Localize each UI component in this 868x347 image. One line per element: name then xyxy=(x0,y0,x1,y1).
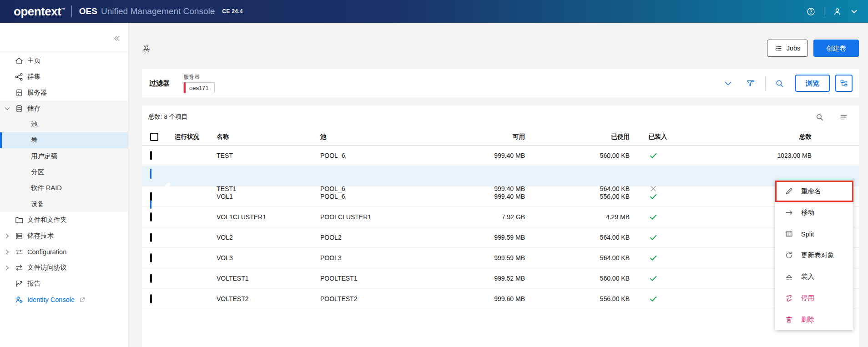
sidebar-item-servers[interactable]: 服务器 xyxy=(0,85,128,101)
sidebar-item-devices[interactable]: 设备 xyxy=(0,196,128,212)
row-checkbox[interactable] xyxy=(150,169,173,209)
filter-field-label: 服务器 xyxy=(183,73,215,81)
report-icon xyxy=(15,279,24,288)
context-menu-item-delete[interactable]: 删除 xyxy=(775,309,853,330)
used-value: 564.00 KB xyxy=(525,234,630,241)
context-menu-item-label: 重命名 xyxy=(801,187,821,196)
table-row[interactable]: TEST1POOL_6999.40 MB564.00 KB1023.00 MB xyxy=(142,166,859,186)
table-row[interactable]: TESTPOOL_6999.40 MB560.00 KB1023.00 MB xyxy=(142,146,859,166)
sidebar-item-label: 储存技术 xyxy=(27,231,54,240)
col-header-pool: 池 xyxy=(320,133,439,141)
sidebar-item-file-access-protocols[interactable]: 文件访问协议 xyxy=(0,260,128,276)
sidebar-item-storage-technologies[interactable]: 储存技术 xyxy=(0,228,128,244)
user-icon[interactable] xyxy=(833,7,842,16)
used-value: 556.00 KB xyxy=(525,295,630,302)
sidebar-item-label: 池 xyxy=(31,120,38,129)
table-row[interactable]: VOL3POOL3999.59 MB564.00 KB xyxy=(142,248,859,268)
used-value: 564.00 KB xyxy=(525,185,630,192)
mounted-check-icon xyxy=(649,294,658,303)
row-checkbox[interactable] xyxy=(150,274,152,283)
context-menu-item-deactivate[interactable]: 停用 xyxy=(775,287,853,309)
sidebar-item-label: 群集 xyxy=(27,72,40,81)
sidebar-item-configuration[interactable]: Configuration xyxy=(0,244,128,260)
jobs-button[interactable]: Jobs xyxy=(767,40,808,57)
context-menu-item-mount[interactable]: 装入 xyxy=(775,266,853,287)
row-checkbox[interactable] xyxy=(150,253,152,262)
pool-name: POOL_6 xyxy=(320,152,439,159)
sliders-icon xyxy=(15,247,24,256)
sidebar-item-pools[interactable]: 池 xyxy=(0,116,128,132)
sidebar-item-label: 服务器 xyxy=(27,88,47,97)
available-value: 999.59 MB xyxy=(439,234,525,241)
row-checkbox[interactable] xyxy=(150,151,152,160)
filter-field: 服务器 oes171 xyxy=(183,73,215,93)
header-divider xyxy=(71,5,72,17)
col-header-status: 运行状况 xyxy=(175,133,217,141)
sidebar-item-files-and-folders[interactable]: 文件和文件夹 xyxy=(0,212,128,228)
volume-context-menu: 重命名移动Split更新卷对象装入停用删除 xyxy=(775,181,853,330)
sidebar-item-label: 分区 xyxy=(31,168,44,176)
row-checkbox[interactable] xyxy=(150,233,152,242)
context-menu-item-label: 移动 xyxy=(801,208,814,217)
context-menu-item-rename[interactable]: 重命名 xyxy=(775,181,853,202)
total-value: 1023.00 MB xyxy=(702,152,812,159)
create-volume-button[interactable]: 创建卷 xyxy=(813,40,859,57)
user-menu-caret-icon[interactable] xyxy=(850,8,858,15)
table-row[interactable]: VOL1CLUSTER1POOLCLUSTER17.92 GB4.29 MB xyxy=(142,207,859,227)
sidebar-item-storage[interactable]: 储存 xyxy=(0,101,128,116)
sidebar-nav: 主页群集服务器储存池卷用户定额分区软件 RAID设备文件和文件夹储存技术Conf… xyxy=(0,53,128,307)
filter-bar: 过滤器 服务器 oes171 浏览 xyxy=(142,69,859,97)
available-value: 999.52 MB xyxy=(439,275,525,282)
context-menu-item-move[interactable]: 移动 xyxy=(775,202,853,223)
identity-icon xyxy=(15,295,24,304)
table-row[interactable]: VOL2POOL2999.59 MB564.00 KB xyxy=(142,227,859,248)
total-count: 总数: 8 个项目 xyxy=(148,113,187,121)
sidebar-item-label: Identity Console xyxy=(27,296,75,303)
mounted-check-icon xyxy=(649,274,658,283)
tree-icon xyxy=(839,79,848,88)
sidebar-item-identity-console[interactable]: Identity Console xyxy=(0,292,128,307)
sidebar-item-label: Configuration xyxy=(27,248,66,256)
used-value: 556.00 KB xyxy=(525,193,630,200)
sidebar-collapse-icon[interactable] xyxy=(113,35,121,42)
volume-name: VOL2 xyxy=(217,234,320,241)
table-body: TESTPOOL_6999.40 MB560.00 KB1023.00 MBTE… xyxy=(142,146,859,309)
folder-icon xyxy=(15,216,24,225)
used-value: 560.00 KB xyxy=(525,275,630,282)
sidebar-item-partitions[interactable]: 分区 xyxy=(0,164,128,180)
context-menu-item-split[interactable]: Split xyxy=(775,223,853,245)
available-value: 7.92 GB xyxy=(439,213,525,221)
sidebar-item-reports[interactable]: 报告 xyxy=(0,276,128,292)
volume-name: VOL3 xyxy=(217,254,320,262)
row-checkbox[interactable] xyxy=(150,212,152,221)
mounted-check-icon xyxy=(649,253,658,262)
sidebar-item-label: 主页 xyxy=(27,56,40,65)
server-filter-chip[interactable]: oes171 xyxy=(183,82,215,93)
table-search-icon[interactable] xyxy=(815,113,824,121)
filter-icons-divider xyxy=(765,76,766,91)
context-menu-item-update-volume[interactable]: 更新卷对象 xyxy=(775,245,853,266)
sidebar-item-cluster[interactable]: 群集 xyxy=(0,69,128,85)
chevron-right-icon xyxy=(4,264,11,272)
select-all-checkbox[interactable] xyxy=(150,133,158,141)
tree-view-button[interactable] xyxy=(835,75,853,92)
help-icon[interactable] xyxy=(806,7,816,16)
col-header-used: 已使用 xyxy=(525,133,630,141)
table-row[interactable]: VOLTEST2POOLTEST2999.60 MB556.00 KB xyxy=(142,289,859,309)
context-menu-item-label: Split xyxy=(801,231,814,238)
sidebar-item-volumes[interactable]: 卷 xyxy=(0,132,128,148)
table-view-options-icon[interactable] xyxy=(839,113,848,121)
available-value: 999.60 MB xyxy=(439,295,525,302)
sidebar-item-user-quotas[interactable]: 用户定额 xyxy=(0,148,128,164)
sidebar-item-label: 用户定额 xyxy=(31,152,57,161)
row-checkbox[interactable] xyxy=(150,294,152,303)
sidebar-item-software-raid[interactable]: 软件 RAID xyxy=(0,180,128,196)
sidebar-item-home[interactable]: 主页 xyxy=(0,53,128,69)
row-checkbox[interactable] xyxy=(150,192,152,201)
filter-expand-chevron-icon[interactable] xyxy=(723,79,733,88)
browse-button[interactable]: 浏览 xyxy=(795,75,830,92)
filter-clear-icon[interactable] xyxy=(746,79,755,88)
delete-icon xyxy=(785,315,793,324)
table-row[interactable]: VOLTEST1POOLTEST1999.52 MB560.00 KB xyxy=(142,268,859,289)
filter-search-icon[interactable] xyxy=(775,79,784,88)
